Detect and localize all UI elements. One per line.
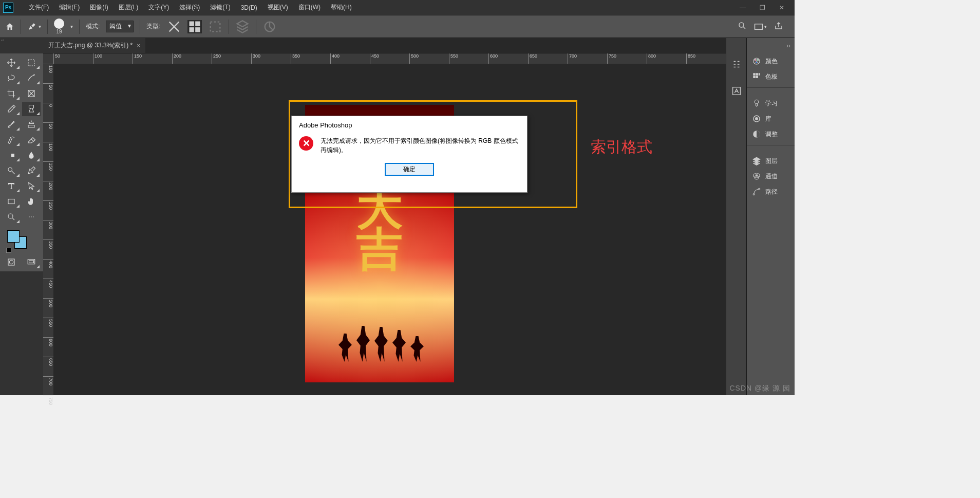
panel-swatches[interactable]: 色板 — [747, 69, 795, 84]
color-swatches[interactable] — [2, 228, 41, 254]
blur-tool[interactable] — [22, 148, 41, 162]
separator — [229, 20, 229, 34]
frame-tool[interactable] — [22, 86, 41, 101]
gradient-tool[interactable] — [2, 148, 21, 162]
quick-mask-icon[interactable] — [2, 255, 21, 269]
menu-layer[interactable]: 图层(L) — [114, 3, 144, 12]
pen-tool[interactable] — [22, 163, 41, 178]
crop-tool[interactable] — [2, 86, 21, 101]
menu-help[interactable]: 帮助(H) — [326, 3, 357, 12]
panel-layers[interactable]: 图层 — [747, 153, 795, 169]
annotation-label: 索引格式 — [591, 137, 652, 158]
collapse-strip[interactable]: ‹‹ — [0, 38, 5, 47]
menu-view[interactable]: 视图(V) — [262, 3, 293, 12]
search-icon[interactable] — [738, 21, 747, 32]
close-icon[interactable]: ✕ — [777, 3, 786, 12]
svg-point-30 — [755, 100, 759, 104]
ruler-tick: 300 — [43, 220, 53, 229]
canvas-area[interactable]: 大 吉 — [53, 64, 746, 395]
menu-edit[interactable]: 编辑(E) — [54, 3, 85, 12]
eraser-tool[interactable] — [22, 133, 41, 147]
panel-adjustments[interactable]: 调整 — [747, 126, 795, 142]
hand-tool[interactable] — [22, 194, 41, 209]
watermark-text: CSDN @缘 源 园 — [729, 384, 790, 393]
ruler-tick: 0 — [43, 103, 53, 107]
foreground-color-swatch[interactable] — [7, 230, 20, 243]
horizontal-ruler[interactable]: 5010015020025030035040045050055060065070… — [53, 53, 746, 64]
ruler-tick: 100 — [43, 142, 53, 151]
dialog-ok-button[interactable]: 确定 — [385, 163, 434, 176]
chevron-down-icon[interactable]: ▾ — [70, 24, 73, 29]
svg-rect-27 — [759, 73, 760, 76]
svg-point-13 — [8, 168, 12, 172]
menu-image[interactable]: 图像(I) — [85, 3, 113, 12]
ruler-tick: 700 — [568, 53, 577, 64]
screen-mode-icon[interactable] — [22, 255, 41, 269]
svg-rect-29 — [756, 76, 759, 79]
panel-color[interactable]: 颜色 — [747, 53, 795, 69]
panel-paths[interactable]: 路径 — [747, 184, 795, 199]
menu-select[interactable]: 选择(S) — [174, 3, 205, 12]
rectangle-tool[interactable] — [2, 194, 21, 209]
sample-all-layers-icon[interactable] — [235, 20, 250, 33]
menu-type[interactable]: 文字(Y) — [143, 3, 174, 12]
tool-preset-icon[interactable]: ▾ — [27, 22, 41, 31]
ruler-tick: 400 — [43, 259, 53, 268]
type-label: 类型: — [146, 22, 160, 31]
healing-brush-tool[interactable] — [22, 102, 41, 116]
type-content-aware-icon[interactable] — [208, 20, 222, 33]
zoom-tool[interactable] — [2, 210, 21, 224]
panel-libraries[interactable]: 库 — [747, 111, 795, 126]
ruler-tick: 500 — [43, 298, 53, 307]
ruler-tick: 250 — [212, 53, 221, 64]
eyedropper-tool[interactable] — [2, 102, 21, 116]
lasso-tool[interactable] — [2, 71, 21, 85]
maximize-icon[interactable]: ❐ — [758, 3, 767, 12]
default-colors-icon[interactable] — [6, 248, 11, 253]
quick-select-tool[interactable] — [22, 71, 41, 85]
character-icon[interactable] — [731, 85, 742, 97]
edit-toolbar[interactable]: ⋯ — [22, 210, 41, 224]
menu-window[interactable]: 窗口(W) — [293, 3, 326, 12]
home-icon[interactable] — [5, 22, 14, 31]
ruler-tick: 500 — [409, 53, 419, 64]
history-brush-tool[interactable] — [2, 133, 21, 147]
svg-rect-0 — [189, 21, 194, 26]
ruler-origin[interactable] — [43, 53, 53, 64]
document-tab[interactable]: 开工大吉.png @ 33.3%(索引) * × — [43, 38, 145, 53]
ruler-tick: 700 — [43, 376, 53, 385]
path-select-tool[interactable] — [22, 179, 41, 193]
clone-stamp-tool[interactable] — [22, 117, 41, 132]
dodge-tool[interactable] — [2, 163, 21, 178]
type-proximity-icon[interactable] — [167, 20, 181, 33]
mode-select[interactable]: 阈值 ▾ — [106, 21, 134, 32]
vertical-ruler[interactable]: 1005005010015020025030035040045050055060… — [43, 64, 53, 395]
panel-channels[interactable]: 通道 — [747, 169, 795, 184]
menu-3d[interactable]: 3D(D) — [236, 4, 262, 11]
type-create-texture-icon[interactable] — [187, 20, 202, 33]
collapse-panels-icon[interactable]: ›› — [786, 42, 790, 49]
minimize-icon[interactable]: — — [738, 3, 747, 12]
panel-learn[interactable]: 学习 — [747, 96, 795, 111]
brush-tool[interactable] — [2, 117, 21, 132]
ruler-tick: 450 — [370, 53, 379, 64]
share-icon[interactable] — [774, 21, 783, 32]
mode-label: 模式: — [86, 22, 100, 31]
svg-point-22 — [755, 59, 756, 61]
svg-point-15 — [8, 214, 13, 218]
tab-close-icon[interactable]: × — [137, 42, 140, 49]
menu-file[interactable]: 文件(F) — [24, 3, 54, 12]
brush-preview[interactable]: 19 — [54, 19, 64, 34]
pressure-size-icon[interactable] — [262, 20, 277, 33]
move-tool[interactable] — [2, 56, 21, 70]
ruler-tick: 800 — [647, 53, 656, 64]
menu-filter[interactable]: 滤镜(T) — [205, 3, 235, 12]
ruler-tick: 650 — [43, 357, 53, 366]
svg-rect-19 — [29, 261, 34, 263]
type-tool[interactable] — [2, 179, 21, 193]
menu-bar: Ps 文件(F) 编辑(E) 图像(I) 图层(L) 文字(Y) 选择(S) 滤… — [0, 0, 795, 15]
properties-icon[interactable] — [731, 59, 742, 70]
document-tab-title: 开工大吉.png @ 33.3%(索引) * — [48, 41, 133, 50]
rect-marquee-tool[interactable] — [22, 56, 41, 70]
workspace-switcher-icon[interactable]: ▾ — [754, 21, 767, 32]
